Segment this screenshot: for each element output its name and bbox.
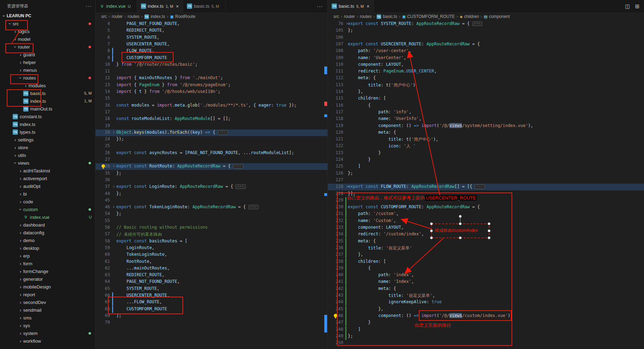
layout-editor-icon[interactable]: ⊞ bbox=[635, 3, 639, 9]
code-line[interactable]: 27 bbox=[96, 157, 328, 163]
tree-item-actHiTaskinst[interactable]: ›actHiTaskinst bbox=[0, 167, 95, 174]
code-line[interactable]: 123 } bbox=[328, 150, 644, 157]
tree-item-bi[interactable]: ›bi bbox=[0, 190, 95, 198]
breadcrumb-item-index.ts[interactable]: TSindex.ts bbox=[144, 14, 165, 19]
code-line[interactable]: 7 USERCENTER_ROUTE, bbox=[96, 41, 328, 48]
folded-code-ellipsis[interactable]: ··· bbox=[472, 21, 482, 26]
code-line[interactable]: 69]; bbox=[96, 313, 328, 319]
lightbulb-icon[interactable] bbox=[102, 164, 105, 168]
code-line[interactable]: 65 SYSTEM_ROUTE, bbox=[96, 286, 328, 292]
code-line[interactable]: 105}; bbox=[328, 27, 644, 34]
code-line[interactable]: 121 title: t('用户中心'), bbox=[328, 136, 644, 143]
folded-code-ellipsis[interactable]: ··· bbox=[218, 130, 228, 135]
tree-item-constant.ts[interactable]: TSconstant.ts bbox=[0, 113, 95, 120]
tree-item-router[interactable]: ›router bbox=[0, 43, 95, 51]
tree-item-logics[interactable]: ›logics bbox=[0, 27, 95, 35]
tree-item-formChange[interactable]: ›formChange bbox=[0, 267, 95, 275]
code-line[interactable]: 12import { mainOutRoutes } from './mainO… bbox=[96, 75, 328, 82]
code-line[interactable]: 63 REDIRECT_ROUTE, bbox=[96, 272, 328, 279]
code-line[interactable]: 110 component: LAYOUT, bbox=[328, 62, 644, 68]
code-line[interactable]: 235 meta: { bbox=[328, 238, 644, 245]
code-line[interactable]: 250 bbox=[328, 340, 644, 347]
code-line[interactable]: 243 title: '自定义菜单', bbox=[328, 292, 644, 299]
folded-code-ellipsis[interactable]: ··· bbox=[248, 205, 259, 209]
tree-item-dataconfig[interactable]: ›dataconfig bbox=[0, 229, 95, 236]
tab-basic.ts[interactable]: TSbasic.ts5, M bbox=[183, 0, 225, 12]
folded-code-ellipsis[interactable]: ··· bbox=[235, 184, 246, 189]
code-line[interactable]: 127 bbox=[328, 177, 644, 184]
code-line[interactable]: 18const routeModuleList: AppRouteModule[… bbox=[96, 116, 328, 122]
tree-item-activereport[interactable]: ›activereport bbox=[0, 174, 95, 182]
code-line[interactable]: 109 name: 'UserCenter', bbox=[328, 55, 644, 62]
tree-item-generator[interactable]: ›generator bbox=[0, 275, 95, 283]
code-line[interactable]: 128›export const FLOW_ROUTE: AppRouteRec… bbox=[328, 184, 644, 190]
code-line[interactable]: 240 path: 'index', bbox=[328, 272, 644, 279]
close-icon[interactable]: × bbox=[366, 4, 369, 9]
code-line[interactable]: 46›export const TokenLoginRoute: AppRout… bbox=[96, 204, 328, 211]
tree-item-mainOut.ts[interactable]: TSmainOut.ts bbox=[0, 105, 95, 113]
explorer-more-button[interactable]: ··· bbox=[86, 3, 92, 9]
code-line[interactable]: 4 PAGE_NOT_FOUND_ROUTE, bbox=[96, 21, 328, 27]
code-line[interactable]: 6 SYSTEM_ROUTE, bbox=[96, 34, 328, 41]
code-line[interactable]: 19 bbox=[96, 123, 328, 129]
tree-item-auditOpt[interactable]: ›auditOpt bbox=[0, 182, 95, 190]
tree-item-sys[interactable]: ›sys bbox=[0, 322, 95, 329]
breadcrumb-item-basic.ts[interactable]: TSbasic.ts bbox=[377, 14, 397, 19]
code-line[interactable]: 233 component: LAYOUT, bbox=[328, 224, 644, 231]
code-line[interactable]: 67 ...FLOW_ROUTE, bbox=[96, 299, 328, 306]
tree-item-utils[interactable]: ›utils bbox=[0, 151, 95, 159]
fold-chevron-icon[interactable]: › bbox=[112, 164, 115, 169]
code-line[interactable]: 229 bbox=[328, 197, 644, 204]
tree-item-report[interactable]: ›report bbox=[0, 291, 95, 298]
code-line[interactable]: 230export const CUSTOMFORM_ROUTE: AppRou… bbox=[328, 204, 644, 211]
code-line[interactable]: 246 component: () => import('/@/views/cu… bbox=[328, 313, 644, 319]
code-line[interactable]: 36 bbox=[96, 177, 328, 184]
code-line[interactable]: 231 path: '/custom', bbox=[328, 211, 644, 217]
code-line[interactable]: 11 bbox=[96, 68, 328, 75]
fold-chevron-icon[interactable]: › bbox=[112, 204, 115, 209]
tree-item-dashboard[interactable]: ›dashboard bbox=[0, 221, 95, 229]
code-line[interactable]: 64 PAGE_NOT_FOUND_ROUTE, bbox=[96, 279, 328, 285]
code-line[interactable]: 237 }, bbox=[328, 252, 644, 258]
code-line[interactable]: 112 meta: { bbox=[328, 75, 644, 82]
tree-item-sendmail[interactable]: ›sendmail bbox=[0, 306, 95, 314]
code-line[interactable]: 232 name: 'Custom', bbox=[328, 218, 644, 224]
code-line[interactable]: 9 CUSTOMFORM_ROUTE bbox=[96, 55, 328, 62]
breadcrumb-item-RootRoute[interactable]: ▣RootRoute bbox=[170, 14, 195, 19]
code-line[interactable]: 70 bbox=[96, 319, 328, 326]
tree-item-index.ts[interactable]: TSindex.ts bbox=[0, 120, 95, 128]
code-line[interactable]: 239 { bbox=[328, 265, 644, 272]
split-editor-icon[interactable]: ◫ bbox=[625, 3, 630, 9]
code-line[interactable]: 35}; bbox=[96, 170, 328, 177]
code-line[interactable]: 125 ] bbox=[328, 163, 644, 170]
code-line[interactable]: 108 path: '/user-center', bbox=[328, 48, 644, 55]
code-line[interactable]: 14import { t } from '/@/hooks/web/useI18… bbox=[96, 89, 328, 95]
code-line[interactable]: 116 { bbox=[328, 102, 644, 109]
code-line[interactable]: 16const modules = import.meta.glob('./mo… bbox=[96, 102, 328, 109]
code-line[interactable]: 58export const basicRoutes = [ bbox=[96, 238, 328, 245]
code-line[interactable]: 242 meta: { bbox=[328, 286, 644, 292]
code-line[interactable]: 245 }, bbox=[328, 306, 644, 313]
code-line[interactable]: 124 } bbox=[328, 157, 644, 163]
tree-item-model[interactable]: ›model bbox=[0, 35, 95, 43]
code-line[interactable]: 234 redirect: '/custom/index', bbox=[328, 231, 644, 238]
code-line[interactable]: 248 ] bbox=[328, 326, 644, 333]
code-line[interactable]: 122 icon: '人 ' bbox=[328, 143, 644, 150]
code-line[interactable]: 37›export const LoginRoute: AppRouteReco… bbox=[96, 184, 328, 190]
code-line[interactable]: 28›export const RootRoute: AppRouteRecor… bbox=[96, 163, 328, 170]
folded-code-ellipsis[interactable]: ··· bbox=[475, 184, 485, 189]
code-line[interactable]: 57// 未经许可的基本路由 bbox=[96, 231, 328, 238]
code-line[interactable]: 244 ignoreKeepAlive: true bbox=[328, 299, 644, 306]
code-line[interactable]: 241 name: 'Index', bbox=[328, 279, 644, 285]
tree-item-sms[interactable]: ›sms bbox=[0, 314, 95, 322]
breadcrumb-item-src[interactable]: src bbox=[333, 14, 339, 19]
tree-item-modules[interactable]: ›modules bbox=[0, 82, 95, 89]
code-line[interactable]: 68 CUSTOMFORM_ROUTE bbox=[96, 306, 328, 313]
tree-item-index.ts[interactable]: TSindex.ts1, M bbox=[0, 97, 95, 105]
tree-item-system[interactable]: ›system bbox=[0, 329, 95, 337]
code-line[interactable]: 115 children: [ bbox=[328, 95, 644, 102]
code-line[interactable]: 117 path: 'info', bbox=[328, 109, 644, 116]
code-line[interactable]: 247 } bbox=[328, 319, 644, 326]
tree-item-settings[interactable]: ›settings bbox=[0, 136, 95, 144]
code-line[interactable]: 126}; bbox=[328, 170, 644, 177]
